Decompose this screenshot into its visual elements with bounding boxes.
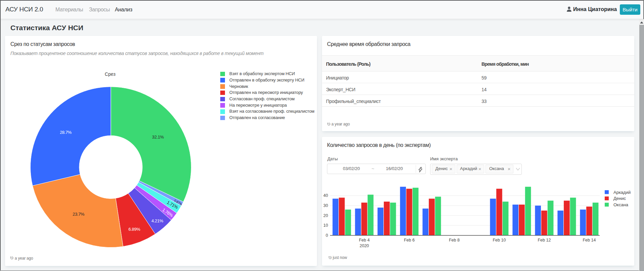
svg-text:0: 0 bbox=[326, 233, 328, 238]
svg-text:Feb 10: Feb 10 bbox=[493, 238, 506, 242]
svg-text:4.21%: 4.21% bbox=[151, 218, 164, 223]
svg-text:10: 10 bbox=[323, 223, 328, 228]
svg-text:Срез: Срез bbox=[105, 71, 116, 77]
svg-text:23.7%: 23.7% bbox=[73, 212, 85, 217]
svg-text:Feb 8: Feb 8 bbox=[449, 238, 460, 242]
svg-text:Аркадий: Аркадий bbox=[613, 190, 631, 195]
svg-text:Денис: Денис bbox=[613, 196, 626, 201]
svg-text:40: 40 bbox=[323, 193, 328, 198]
svg-text:Feb 4: Feb 4 bbox=[359, 238, 370, 242]
svg-text:Feb 14: Feb 14 bbox=[583, 238, 596, 242]
svg-text:20: 20 bbox=[323, 213, 328, 218]
svg-text:30: 30 bbox=[323, 203, 328, 208]
svg-text:32.1%: 32.1% bbox=[152, 134, 164, 140]
svg-text:2020: 2020 bbox=[360, 243, 369, 248]
svg-text:Feb 6: Feb 6 bbox=[404, 238, 415, 242]
svg-text:28.7%: 28.7% bbox=[60, 130, 72, 135]
svg-text:Оксана: Оксана bbox=[613, 202, 629, 207]
svg-text:Feb 12: Feb 12 bbox=[538, 238, 551, 242]
svg-text:6.89%: 6.89% bbox=[129, 227, 141, 232]
